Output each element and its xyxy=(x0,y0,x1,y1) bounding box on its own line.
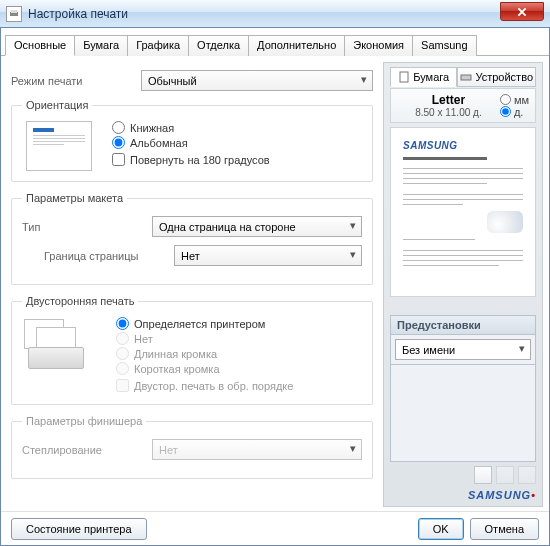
page-border-label: Граница страницы xyxy=(22,250,174,262)
brand-logo: SAMSUNG• xyxy=(390,488,536,502)
close-icon xyxy=(516,6,528,18)
radio-duplex-long: Длинная кромка xyxy=(116,347,293,360)
tab-advanced[interactable]: Дополнительно xyxy=(248,35,345,56)
radio-portrait[interactable]: Книжная xyxy=(112,121,270,134)
finisher-legend: Параметры финишера xyxy=(22,415,146,427)
ok-button[interactable]: OK xyxy=(418,518,464,540)
window-title: Настройка печати xyxy=(28,7,128,21)
layout-type-select[interactable]: Одна страница на стороне xyxy=(152,216,362,237)
finisher-group: Параметры финишера Степлирование Нет xyxy=(11,415,373,479)
tab-paper[interactable]: Бумага xyxy=(74,35,128,56)
paper-name: Letter xyxy=(397,93,500,107)
tab-basic[interactable]: Основные xyxy=(5,35,75,56)
duplex-thumbnail xyxy=(22,317,102,375)
stapling-select: Нет xyxy=(152,439,362,460)
svg-rect-1 xyxy=(11,10,17,13)
radio-duplex-none: Нет xyxy=(116,332,293,345)
presets-label: Предустановки xyxy=(390,315,536,335)
device-icon xyxy=(460,71,472,83)
layout-group: Параметры макета Тип Одна страница на ст… xyxy=(11,192,373,285)
check-rotate180[interactable]: Повернуть на 180 градусов xyxy=(112,153,270,166)
radio-unit-mm[interactable]: мм xyxy=(500,94,529,106)
page-border-select[interactable]: Нет xyxy=(174,245,362,266)
paper-info: Letter 8.50 x 11.00 д. мм д. xyxy=(390,88,536,123)
paper-icon xyxy=(398,71,410,83)
tab-graphics[interactable]: Графика xyxy=(127,35,189,56)
titlebar: Настройка печати xyxy=(0,0,550,28)
cancel-button[interactable]: Отмена xyxy=(470,518,539,540)
right-tab-device[interactable]: Устройство xyxy=(457,67,536,87)
tab-eco[interactable]: Экономия xyxy=(344,35,413,56)
radio-duplex-printer[interactable]: Определяется принтером xyxy=(116,317,293,330)
preset-new-icon[interactable] xyxy=(474,466,492,484)
radio-unit-in[interactable]: д. xyxy=(500,106,529,118)
layout-type-label: Тип xyxy=(22,221,152,233)
layout-legend: Параметры макета xyxy=(22,192,127,204)
svg-rect-2 xyxy=(400,72,408,82)
close-button[interactable] xyxy=(500,2,544,21)
orientation-group: Ориентация Книжная Альбомная Повернуть н… xyxy=(11,99,373,182)
left-pane: Режим печати Обычный Ориентация Книжная … xyxy=(7,62,383,507)
stapling-label: Степлирование xyxy=(22,444,152,456)
duplex-group: Двусторонняя печать Определяется принтер… xyxy=(11,295,373,405)
orientation-thumbnail xyxy=(26,121,92,171)
tab-finishing[interactable]: Отделка xyxy=(188,35,249,56)
preview-logo: SAMSUNG xyxy=(403,140,523,151)
orientation-legend: Ориентация xyxy=(22,99,92,111)
preset-list xyxy=(390,365,536,462)
right-tab-paper[interactable]: Бумага xyxy=(390,67,457,87)
print-mode-select[interactable]: Обычный xyxy=(141,70,373,91)
print-mode-label: Режим печати xyxy=(11,75,141,87)
printer-icon xyxy=(6,6,22,22)
preset-select[interactable]: Без имени xyxy=(395,339,531,360)
page-preview: SAMSUNG xyxy=(390,127,536,297)
duplex-legend: Двусторонняя печать xyxy=(22,295,138,307)
printer-status-button[interactable]: Состояние принтера xyxy=(11,518,147,540)
check-duplex-reverse: Двустор. печать в обр. порядке xyxy=(116,379,293,392)
footer: Состояние принтера OK Отмена xyxy=(1,511,549,545)
preset-save-icon xyxy=(496,466,514,484)
radio-landscape[interactable]: Альбомная xyxy=(112,136,270,149)
right-pane: Бумага Устройство Letter 8.50 x 11.00 д.… xyxy=(383,62,543,507)
svg-rect-3 xyxy=(461,75,471,80)
radio-duplex-short: Короткая кромка xyxy=(116,362,293,375)
tab-samsung[interactable]: Samsung xyxy=(412,35,476,56)
tab-strip: Основные Бумага Графика Отделка Дополнит… xyxy=(1,28,549,56)
preview-image xyxy=(487,211,523,233)
paper-dim: 8.50 x 11.00 д. xyxy=(397,107,500,118)
preset-delete-icon xyxy=(518,466,536,484)
